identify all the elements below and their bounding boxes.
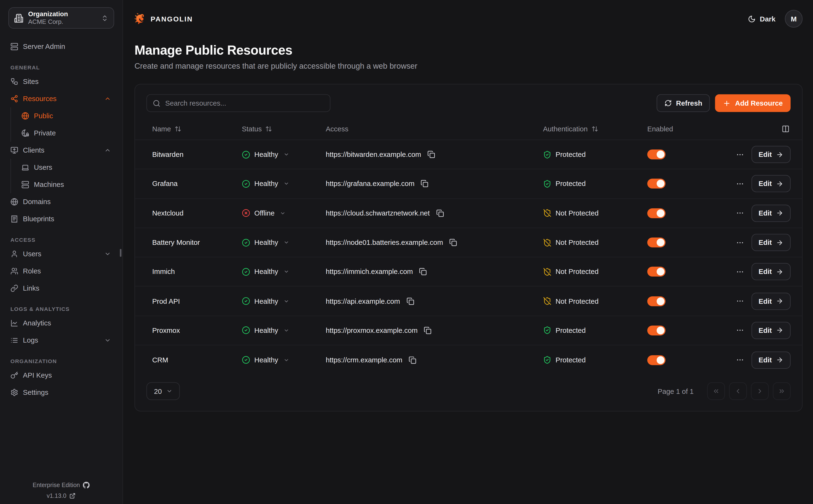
status-cell[interactable]: Healthy — [242, 326, 326, 334]
sidebar-item-clients[interactable]: Clients — [10, 142, 111, 159]
resource-url: https://crm.example.com — [325, 356, 402, 364]
key-icon — [10, 371, 18, 379]
users-icon — [10, 267, 18, 275]
enabled-toggle[interactable] — [647, 179, 665, 189]
row-menu-button[interactable] — [735, 355, 745, 365]
page-size-select[interactable]: 20 — [146, 382, 180, 400]
sidebar-item-label: Users — [23, 250, 99, 258]
edit-button[interactable]: Edit — [751, 205, 791, 222]
theme-toggle[interactable]: Dark — [748, 15, 776, 23]
status-cell[interactable]: Healthy — [242, 150, 326, 159]
edition-link[interactable]: Enterprise Edition — [0, 481, 122, 489]
first-page-button[interactable] — [707, 382, 725, 400]
column-header-name[interactable]: Name — [152, 125, 242, 133]
status-cell[interactable]: Offline — [242, 209, 326, 217]
sidebar-item-settings[interactable]: Settings — [10, 384, 111, 401]
row-menu-button[interactable] — [735, 179, 745, 189]
edit-button[interactable]: Edit — [751, 234, 791, 251]
sidebar-item-resources[interactable]: Resources — [10, 90, 111, 107]
columns-visibility-button[interactable] — [781, 124, 791, 134]
edit-button[interactable]: Edit — [751, 263, 791, 280]
sidebar-item-resources-private[interactable]: Private — [21, 124, 111, 142]
previous-page-button[interactable] — [729, 382, 747, 400]
status-cell[interactable]: Healthy — [242, 297, 326, 305]
access-cell: https://api.example.com — [325, 296, 543, 306]
avatar[interactable]: M — [785, 10, 803, 28]
edit-button[interactable]: Edit — [751, 351, 791, 369]
sidebar-item-users[interactable]: Users — [10, 245, 111, 262]
copy-url-button[interactable] — [448, 237, 458, 247]
brand-name: PANGOLIN — [150, 15, 193, 23]
copy-url-button[interactable] — [426, 149, 436, 159]
chevron-down-icon — [104, 251, 111, 257]
enabled-toggle[interactable] — [647, 296, 665, 306]
copy-url-button[interactable] — [418, 267, 428, 277]
resource-url: https://bitwarden.example.com — [325, 151, 421, 159]
sidebar-item-resources-public[interactable]: Public — [21, 107, 111, 124]
sidebar-item-analytics[interactable]: Analytics — [10, 315, 111, 332]
authentication-cell: Protected — [543, 326, 647, 334]
arrow-right-icon — [776, 180, 783, 188]
status-cell[interactable]: Healthy — [242, 268, 326, 276]
edit-label: Edit — [759, 180, 772, 188]
status-label: Healthy — [254, 356, 278, 364]
row-menu-button[interactable] — [735, 267, 745, 277]
edit-button[interactable]: Edit — [751, 322, 791, 339]
edit-button[interactable]: Edit — [751, 293, 791, 310]
copy-url-button[interactable] — [408, 355, 418, 365]
sidebar-item-clients-machines[interactable]: Machines — [21, 176, 111, 193]
edit-button[interactable]: Edit — [751, 175, 791, 192]
copy-url-button[interactable] — [405, 296, 415, 306]
version-link[interactable]: v1.13.0 — [0, 492, 122, 500]
sort-icon — [265, 125, 272, 132]
sidebar-item-logs[interactable]: Logs — [10, 332, 111, 349]
copy-icon — [424, 327, 432, 334]
sidebar-scrollbar-thumb[interactable] — [120, 249, 121, 257]
org-selector[interactable]: Organization ACME Corp. — [8, 7, 114, 29]
copy-url-button[interactable] — [423, 325, 433, 335]
sidebar-section-label: GENERAL — [10, 64, 111, 72]
refresh-button[interactable]: Refresh — [657, 94, 710, 112]
row-controls: Edit — [647, 146, 791, 163]
sidebar-item-domains[interactable]: Domains — [10, 193, 111, 210]
row-menu-button[interactable] — [735, 296, 745, 306]
sidebar-item-clients-users[interactable]: Users — [21, 159, 111, 176]
search-input[interactable] — [165, 99, 324, 107]
enabled-toggle[interactable] — [647, 355, 665, 365]
column-header-authentication[interactable]: Authentication — [543, 125, 647, 133]
status-label: Healthy — [254, 327, 278, 334]
resource-name: Nextcloud — [152, 209, 242, 217]
enabled-toggle[interactable] — [647, 237, 665, 247]
row-menu-button[interactable] — [735, 149, 745, 160]
sidebar-item-roles[interactable]: Roles — [10, 262, 111, 280]
brand-logo[interactable]: PANGOLIN — [134, 13, 193, 25]
sidebar-item-server-admin[interactable]: Server Admin — [10, 38, 111, 55]
status-cell[interactable]: Healthy — [242, 180, 326, 188]
row-menu-button[interactable] — [735, 237, 745, 248]
next-page-button[interactable] — [751, 382, 769, 400]
copy-url-button[interactable] — [420, 179, 430, 189]
column-header-status[interactable]: Status — [242, 125, 326, 133]
copy-url-button[interactable] — [435, 208, 445, 218]
chevron-up-icon — [104, 95, 111, 102]
link-icon — [10, 284, 18, 292]
columns-icon — [782, 125, 790, 133]
status-cell[interactable]: Healthy — [242, 238, 326, 247]
enabled-toggle[interactable] — [647, 208, 665, 218]
row-menu-button[interactable] — [735, 325, 745, 336]
row-menu-button[interactable] — [735, 208, 745, 218]
sidebar-item-api-keys[interactable]: API Keys — [10, 367, 111, 384]
sidebar-item-sites[interactable]: Sites — [10, 73, 111, 90]
edit-button[interactable]: Edit — [751, 146, 791, 163]
copy-icon — [409, 356, 417, 364]
sidebar-item-blueprints[interactable]: Blueprints — [10, 211, 111, 228]
add-resource-button[interactable]: Add Resource — [715, 94, 791, 112]
sidebar-item-links[interactable]: Links — [10, 280, 111, 297]
access-cell: https://proxmox.example.com — [325, 325, 543, 335]
last-page-button[interactable] — [773, 382, 791, 400]
sidebar-item-label: Public — [34, 112, 111, 120]
enabled-toggle[interactable] — [647, 325, 665, 335]
enabled-toggle[interactable] — [647, 149, 665, 159]
status-cell[interactable]: Healthy — [242, 356, 326, 364]
enabled-toggle[interactable] — [647, 267, 665, 277]
